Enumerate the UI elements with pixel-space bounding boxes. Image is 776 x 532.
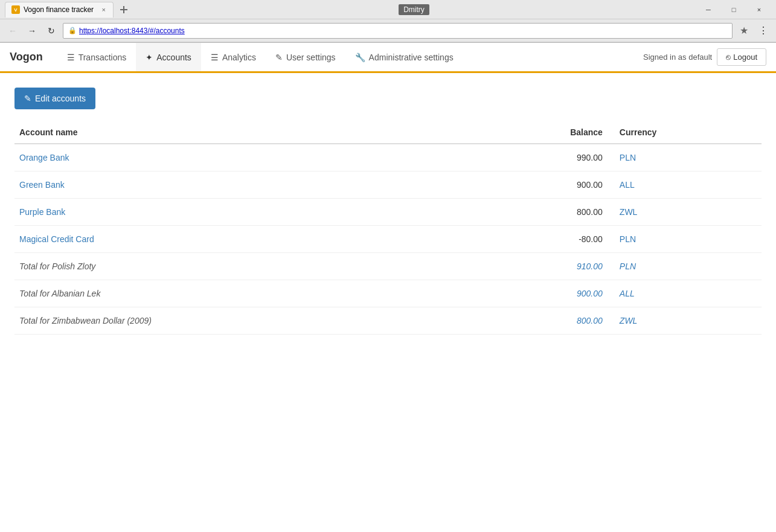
tab-favicon: V <box>11 5 20 14</box>
col-account-name: Account name <box>14 121 460 144</box>
total-currency: PLN <box>615 253 762 280</box>
table-row: Green Bank900.00ALL <box>14 171 762 199</box>
nav-user-settings[interactable]: ✎ User settings <box>266 43 345 73</box>
restore-btn[interactable]: □ <box>722 0 746 19</box>
nav-accounts-label: Accounts <box>156 53 191 62</box>
total-row: Total for Albanian Lek900.00ALL <box>14 280 762 307</box>
browser-titlebar: V Vogon finance tracker × Dmitry ─ □ × <box>0 0 776 19</box>
account-name[interactable]: Purple Bank <box>14 199 460 226</box>
bookmark-icon[interactable]: ★ <box>736 23 752 39</box>
edit-accounts-button[interactable]: ✎ Edit accounts <box>14 88 95 109</box>
total-row: Total for Polish Zloty910.00PLN <box>14 253 762 280</box>
browser-menu-icon[interactable]: ⋮ <box>755 23 771 39</box>
account-name[interactable]: Green Bank <box>14 171 460 199</box>
nav-admin-settings[interactable]: 🔧 Administrative settings <box>345 43 463 73</box>
edit-accounts-label: Edit accounts <box>35 94 86 103</box>
user-settings-icon: ✎ <box>275 53 283 62</box>
total-row: Total for Zimbabwean Dollar (2009)800.00… <box>14 307 762 335</box>
browser-chrome: V Vogon finance tracker × Dmitry ─ □ × ←… <box>0 0 776 43</box>
app-brand[interactable]: Vogon <box>10 43 53 71</box>
back-btn[interactable]: ← <box>5 23 21 39</box>
app-content: Vogon ☰ Transactions ✦ Accounts ☰ Analyt… <box>0 43 776 532</box>
minimize-btn[interactable]: ─ <box>696 0 720 19</box>
app-navbar: Vogon ☰ Transactions ✦ Accounts ☰ Analyt… <box>0 43 776 73</box>
nav-user-settings-label: User settings <box>286 53 336 62</box>
total-label: Total for Albanian Lek <box>14 280 460 307</box>
address-bar[interactable]: 🔒 https://localhost:8443/#/accounts <box>63 23 733 39</box>
admin-settings-icon: 🔧 <box>355 53 365 62</box>
account-currency: ALL <box>615 171 762 199</box>
url-text: https://localhost:8443/#/accounts <box>79 27 185 35</box>
nav-transactions[interactable]: ☰ Transactions <box>57 43 136 73</box>
account-balance: 990.00 <box>460 144 614 171</box>
table-header-row: Account name Balance Currency <box>14 121 762 144</box>
total-balance: 800.00 <box>460 307 614 335</box>
account-balance: -80.00 <box>460 226 614 253</box>
close-btn[interactable]: × <box>747 0 771 19</box>
logout-button[interactable]: ⎋ Logout <box>717 48 766 66</box>
main-content: ✎ Edit accounts Account name Balance Cur… <box>0 73 776 349</box>
accounts-icon: ✦ <box>146 53 153 62</box>
nav-analytics[interactable]: ☰ Analytics <box>201 43 266 73</box>
reload-btn[interactable]: ↻ <box>43 23 59 39</box>
table-row: Purple Bank800.00ZWL <box>14 199 762 226</box>
transactions-icon: ☰ <box>67 53 75 62</box>
tab-close-btn[interactable]: × <box>101 6 107 13</box>
analytics-icon: ☰ <box>211 53 219 62</box>
tab-title: Vogon finance tracker <box>24 5 97 14</box>
forward-btn[interactable]: → <box>24 23 40 39</box>
total-balance: 900.00 <box>460 280 614 307</box>
account-balance: 800.00 <box>460 199 614 226</box>
svg-rect-1 <box>120 9 127 10</box>
security-icon: 🔒 <box>68 27 77 34</box>
user-badge: Dmitry <box>399 4 429 15</box>
new-tab-btn[interactable] <box>116 2 132 18</box>
total-label: Total for Zimbabwean Dollar (2009) <box>14 307 460 335</box>
table-row: Magical Credit Card-80.00PLN <box>14 226 762 253</box>
total-currency: ZWL <box>615 307 762 335</box>
account-name[interactable]: Orange Bank <box>14 144 460 171</box>
account-currency: PLN <box>615 226 762 253</box>
nav-transactions-label: Transactions <box>79 53 127 62</box>
col-balance: Balance <box>460 121 614 144</box>
browser-tab[interactable]: V Vogon finance tracker × <box>5 2 114 18</box>
edit-icon: ✎ <box>24 94 31 103</box>
account-currency: ZWL <box>615 199 762 226</box>
total-balance: 910.00 <box>460 253 614 280</box>
window-controls: ─ □ × <box>696 0 771 19</box>
col-currency: Currency <box>615 121 762 144</box>
accounts-table: Account name Balance Currency Orange Ban… <box>14 121 762 335</box>
logout-icon: ⎋ <box>726 53 731 62</box>
total-label: Total for Polish Zloty <box>14 253 460 280</box>
nav-admin-settings-label: Administrative settings <box>369 53 454 62</box>
nav-accounts[interactable]: ✦ Accounts <box>136 43 201 73</box>
total-currency: ALL <box>615 280 762 307</box>
logout-label: Logout <box>733 53 757 62</box>
account-balance: 900.00 <box>460 171 614 199</box>
nav-right: Signed in as default ⎋ Logout <box>643 43 766 71</box>
nav-analytics-label: Analytics <box>222 53 256 62</box>
account-currency: PLN <box>615 144 762 171</box>
account-name[interactable]: Magical Credit Card <box>14 226 460 253</box>
table-row: Orange Bank990.00PLN <box>14 144 762 171</box>
browser-toolbar: ← → ↻ 🔒 https://localhost:8443/#/account… <box>0 19 776 42</box>
signed-in-text: Signed in as default <box>643 53 712 62</box>
